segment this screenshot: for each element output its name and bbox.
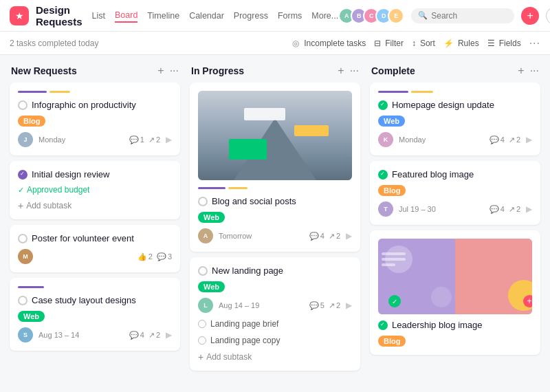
- card-date: Aug 13 – 14: [38, 331, 79, 339]
- design-lines: [382, 252, 406, 266]
- add-subtask-btn[interactable]: Add subtask: [18, 200, 172, 211]
- card-title-landing-page: New landing page: [198, 265, 352, 276]
- design-line2: [382, 258, 406, 261]
- design-right-panel: +: [455, 239, 532, 314]
- bar-purple: [198, 187, 226, 189]
- card-footer: K Monday 💬 4 ↗ 2 ▶: [378, 132, 532, 147]
- nav-timeline[interactable]: Timeline: [147, 10, 179, 22]
- expand-button[interactable]: ▶: [166, 135, 172, 144]
- nav-list[interactable]: List: [92, 10, 105, 22]
- nav-more[interactable]: More...: [311, 10, 338, 22]
- card-bars: [198, 187, 352, 189]
- col-add-new-requests[interactable]: +: [157, 65, 164, 77]
- subitem-count: ↗ 2: [148, 135, 160, 144]
- subtask-1: Landing page brief: [198, 318, 352, 329]
- subtask-label-1: Landing page brief: [210, 319, 278, 329]
- col-header-complete: Complete + ···: [370, 65, 540, 77]
- card-footer: T Jul 19 – 30 💬 4 ↗ 2 ▶: [378, 202, 532, 217]
- card-infographic: Infographic on productivity Blog J Monda…: [10, 83, 180, 155]
- card-date: Aug 14 – 19: [219, 301, 259, 309]
- bar-yellow: [50, 91, 70, 93]
- card-date: Monday: [38, 135, 65, 144]
- card-footer: A Tomorrow 💬 4 ↗ 2 ▶: [198, 228, 352, 243]
- card-date: Tomorrow: [219, 232, 252, 240]
- card-meta: 💬 4 ↗ 2: [490, 135, 520, 144]
- col-actions-in-progress: + ···: [338, 65, 359, 77]
- fields-action[interactable]: ☰Fields: [487, 39, 521, 48]
- subtask-2: Landing page copy: [198, 335, 352, 346]
- expand-button[interactable]: ▶: [526, 204, 532, 214]
- design-line1: [382, 252, 406, 255]
- task-status-complete-icon: [378, 320, 388, 330]
- card-meta: 👍 2 💬 3: [138, 252, 172, 261]
- overlay-teal: [229, 139, 267, 160]
- card-leadership-blog: ✓ + Leadership blog image Blog: [370, 230, 540, 355]
- expand-button[interactable]: ▶: [346, 301, 352, 310]
- col-more-new-requests[interactable]: ···: [170, 65, 179, 77]
- sort-action[interactable]: ↕Sort: [412, 39, 435, 48]
- card-bars: [18, 286, 172, 288]
- card-image-mountain: [198, 91, 352, 180]
- col-more-complete[interactable]: ···: [530, 65, 539, 77]
- col-add-complete[interactable]: +: [518, 65, 524, 77]
- subitem-count: ↗ 2: [509, 205, 520, 214]
- add-subtask-btn[interactable]: Add subtask: [198, 351, 352, 362]
- app-title: Design Requests: [36, 4, 82, 28]
- col-actions-new-requests: + ···: [157, 65, 179, 77]
- expand-button[interactable]: ▶: [346, 231, 352, 241]
- col-add-in-progress[interactable]: +: [338, 65, 344, 77]
- card-date: Jul 19 – 30: [399, 205, 436, 213]
- col-header-new-requests: New Requests + ···: [10, 65, 180, 77]
- incomplete-tasks-action[interactable]: ◎Incomplete tasks: [292, 39, 366, 48]
- bar-yellow: [228, 187, 248, 189]
- search-icon: 🔍: [418, 11, 428, 20]
- card-meta: 💬 4 ↗ 2: [490, 205, 520, 214]
- bar-purple: [378, 91, 408, 93]
- task-status-icon: [198, 197, 208, 206]
- tag-web: Web: [378, 116, 405, 127]
- subitem-count: ↗ 2: [329, 232, 340, 241]
- expand-button[interactable]: ▶: [166, 330, 172, 340]
- approved-badge: Approved budget: [18, 185, 172, 195]
- nav-progress[interactable]: Progress: [234, 10, 268, 22]
- more-options[interactable]: ···: [529, 37, 540, 50]
- card-design-review: Initial design review Approved budget Ad…: [10, 161, 180, 219]
- overlay-white: [244, 108, 285, 120]
- help-button[interactable]: ?: [546, 7, 550, 25]
- top-right-actions: A B C D E 🔍 + ? U: [338, 7, 550, 25]
- search-bar[interactable]: 🔍: [411, 8, 514, 23]
- tag-web: Web: [18, 311, 45, 322]
- card-homepage: Homepage design update Web K Monday 💬 4 …: [370, 83, 540, 155]
- tasks-completed-info: 2 tasks completed today: [10, 39, 281, 48]
- comment-count: 💬 4: [490, 135, 505, 144]
- card-footer: M 👍 2 💬 3: [18, 249, 172, 264]
- bar-purple: [18, 91, 47, 93]
- card-meta: 💬 5 ↗ 2: [309, 301, 340, 310]
- card-case-study: Case study layout designs Web S Aug 13 –…: [10, 278, 180, 351]
- expand-button[interactable]: ▶: [526, 135, 532, 144]
- nav-forms[interactable]: Forms: [278, 10, 302, 22]
- card-title-featured-blog: Featured blog image: [378, 169, 532, 179]
- col-more-in-progress[interactable]: ···: [350, 65, 359, 77]
- subtask-status-icon: [198, 320, 206, 328]
- task-status-complete-icon: [378, 100, 388, 110]
- nav-calendar[interactable]: Calendar: [189, 10, 224, 22]
- rules-action[interactable]: ⚡Rules: [443, 39, 479, 48]
- card-footer: J Monday 💬 1 ↗ 2 ▶: [18, 132, 172, 147]
- col-actions-complete: + ···: [518, 65, 539, 77]
- top-bar: ★ Design Requests List Board Timeline Ca…: [0, 0, 550, 32]
- search-input[interactable]: [431, 11, 507, 21]
- column-complete: Complete + ··· Homepage design update We…: [370, 65, 540, 355]
- card-featured-blog: Featured blog image Blog T Jul 19 – 30 💬…: [370, 161, 540, 225]
- card-avatar: M: [18, 249, 33, 264]
- filter-action[interactable]: ⊟Filter: [374, 39, 404, 48]
- design-check-icon: ✓: [388, 295, 401, 307]
- board: New Requests + ··· Infographic on produc…: [0, 55, 550, 392]
- card-image-colorful: ✓ +: [378, 239, 532, 314]
- nav-board[interactable]: Board: [115, 9, 138, 23]
- card-blog-social: Blog and social posts Web A Tomorrow 💬 4…: [190, 83, 360, 252]
- task-status-done-icon: [18, 170, 28, 179]
- tag-blog: Blog: [378, 336, 406, 347]
- add-button[interactable]: +: [521, 7, 539, 25]
- card-title-homepage: Homepage design update: [378, 100, 532, 110]
